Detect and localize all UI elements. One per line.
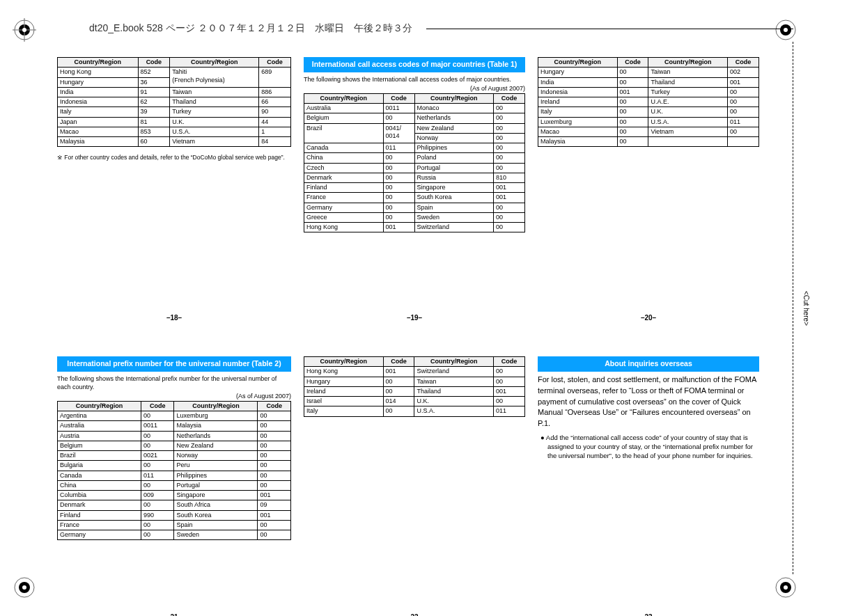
col-header: Country/Region — [538, 58, 618, 68]
table-cell: 00 — [494, 212, 525, 222]
table-cell: 1 — [259, 127, 291, 136]
section-title: International prefix number for the univ… — [57, 356, 291, 372]
table-cell: China — [304, 153, 384, 163]
table-cell: Australia — [58, 421, 141, 431]
table-cell: Italy — [58, 107, 139, 117]
table-cell: Switzerland — [414, 367, 494, 377]
table-cell: 00 — [494, 153, 525, 163]
panel-22: Country/RegionCodeCountry/RegionCodeHong… — [304, 356, 525, 607]
table-cell: Taiwan — [648, 68, 728, 77]
cut-line — [793, 42, 793, 574]
table-row: Italy00U.S.A.011 — [304, 406, 525, 416]
table-cell: Hungary — [538, 68, 618, 77]
table-cell: Spain — [414, 203, 494, 212]
table-cell: Israel — [304, 397, 384, 406]
table-cell: Spain — [174, 520, 258, 530]
table-cell: Thailand — [414, 386, 494, 396]
table-cell: India — [58, 87, 139, 97]
footnote: ※ For other country codes and details, r… — [57, 154, 291, 161]
table-cell: Hong Kong — [304, 223, 384, 232]
table-cell: 39 — [138, 107, 170, 117]
table-row: Germany00Sweden00 — [58, 530, 291, 540]
table-row: Hong Kong852Tahiti(French Polynesia)689 — [58, 68, 291, 77]
table-cell: Taiwan — [414, 377, 494, 386]
table-cell: 011 — [728, 117, 759, 127]
section-title: About inquiries overseas — [538, 356, 759, 372]
table-cell: 00 — [383, 173, 414, 182]
table-row: Finland990South Korea001 — [58, 510, 291, 520]
table-cell: 001 — [383, 367, 414, 377]
table-cell: U.S.A. — [414, 406, 494, 416]
section-desc: The following shows the International pr… — [57, 374, 291, 391]
table-cell: 00 — [494, 104, 525, 113]
table-cell: Portugal — [414, 163, 494, 173]
table-cell: Germany — [304, 203, 384, 212]
table-cell — [728, 137, 759, 147]
table-row: Canada011Philippines00 — [304, 143, 525, 153]
panel-20: Country/RegionCodeCountry/RegionCodeHung… — [538, 57, 759, 308]
table-cell: 00 — [494, 163, 525, 173]
table-cell: 00 — [141, 520, 174, 530]
table-cell: 002 — [728, 68, 759, 77]
table-cell: 00 — [728, 87, 759, 97]
table-cell: Hungary — [304, 377, 384, 386]
table-cell: Singapore — [414, 183, 494, 193]
table-cell: New Zealand — [414, 123, 494, 133]
table-cell: 00 — [258, 421, 291, 431]
table-cell: 00 — [258, 451, 291, 461]
table-cell: 00 — [494, 377, 525, 386]
table-cell: Ireland — [538, 97, 618, 107]
table-row: India91Taiwan886 — [58, 87, 291, 97]
table-cell: 44 — [259, 117, 291, 127]
table-cell: 001 — [494, 193, 525, 203]
page-number: –20– — [538, 314, 759, 322]
table-cell: 001 — [617, 87, 648, 97]
table-cell: Belgium — [58, 441, 141, 450]
table-row: India00Thailand001 — [538, 77, 759, 87]
prefix-number-table-cont: Country/RegionCodeCountry/RegionCodeHong… — [304, 356, 525, 417]
table-cell: 00 — [141, 411, 174, 421]
table-cell: Norway — [174, 451, 258, 461]
table-cell: Vietnam — [648, 127, 728, 136]
table-cell: Hong Kong — [304, 367, 384, 377]
table-cell: Sweden — [414, 212, 494, 222]
table-cell: 00 — [494, 367, 525, 377]
table-cell: 84 — [259, 137, 291, 147]
table-cell: 66 — [259, 97, 291, 107]
table-cell: Ireland — [304, 386, 384, 396]
col-header: Country/Region — [648, 58, 728, 68]
table-cell: 36 — [138, 77, 170, 87]
table-cell: Australia — [304, 104, 384, 113]
panel-23: About inquiries overseas For lost, stole… — [538, 356, 759, 607]
table-cell: 00 — [617, 127, 648, 136]
table-cell: U.K. — [414, 397, 494, 406]
table-cell: Thailand — [648, 77, 728, 87]
access-code-table-cont: Country/RegionCodeCountry/RegionCodeHung… — [538, 57, 759, 147]
table-row: Indonesia001Turkey00 — [538, 87, 759, 97]
table-cell: 00 — [258, 530, 291, 540]
table-row: Hungary00Taiwan002 — [538, 68, 759, 77]
table-cell: Thailand — [170, 97, 259, 107]
table-cell: 00 — [494, 203, 525, 212]
cut-here-label: <Cut here> — [802, 290, 810, 325]
table-cell: Hong Kong — [58, 68, 139, 77]
svg-point-14 — [784, 28, 788, 32]
table-cell: 00 — [258, 471, 291, 480]
table-row: Belgium00New Zealand00 — [58, 441, 291, 450]
table-cell: 91 — [138, 87, 170, 97]
table-cell: 00 — [383, 212, 414, 222]
country-code-table: Country/RegionCodeCountry/RegionCodeHong… — [57, 57, 291, 147]
table-cell: Italy — [538, 107, 618, 117]
table-cell: South Africa — [174, 500, 258, 510]
col-header: Code — [258, 401, 291, 411]
table-cell: Luxemburg — [538, 117, 618, 127]
crop-mark-icon — [774, 18, 797, 42]
col-header: Code — [383, 357, 414, 367]
bullet-item: ● Add the “international call access cod… — [538, 434, 759, 460]
table-cell: 810 — [494, 173, 525, 182]
table-row: Greece00Sweden00 — [304, 212, 525, 222]
table-cell: Canada — [58, 471, 141, 480]
table-cell: Peru — [174, 461, 258, 471]
table-cell: 852 — [138, 68, 170, 77]
col-header: Country/Region — [170, 58, 259, 68]
